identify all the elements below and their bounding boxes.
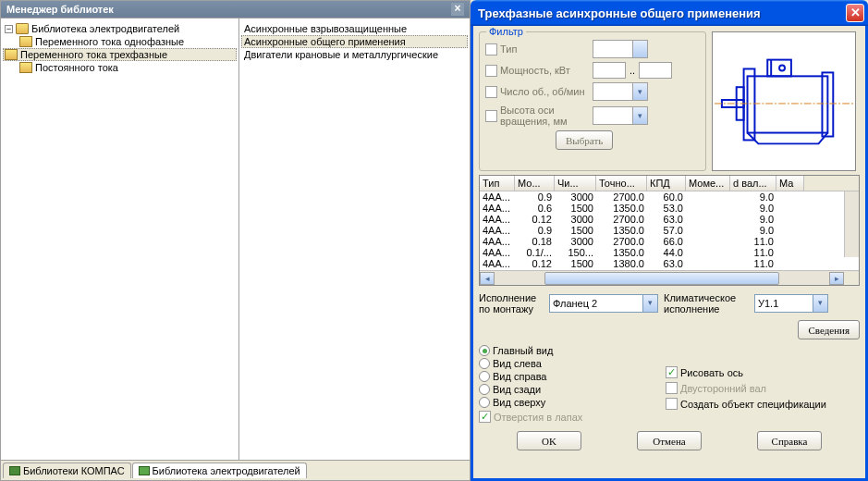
grid-body[interactable]: 4АА...0.930002700.060.09.04АА...0.615001… xyxy=(480,191,859,270)
holes-check: Отверстия в лапах xyxy=(479,411,654,423)
filter-height-check[interactable]: Высота оси вращения, мм xyxy=(485,105,589,127)
views-radio-group: Главный вид Вид слева Вид справа Вид сза… xyxy=(479,345,654,424)
chevron-down-icon: ▾ xyxy=(632,83,647,100)
climate-combo[interactable]: У1.1 ▾ xyxy=(754,294,828,313)
list-item-selected[interactable]: Асинхронные общего применения xyxy=(241,35,468,48)
chevron-down-icon xyxy=(632,41,647,57)
folder-icon xyxy=(19,36,32,47)
filter-groupbox: Фильтр Тип Мощность, кВт .. Число об., о… xyxy=(479,31,706,171)
draw-axis-check[interactable]: Рисовать ось xyxy=(666,366,826,378)
create-spec-check[interactable]: Создать объект спецификации xyxy=(666,398,826,410)
library-list: Асинхронные взрывозащищенные Асинхронные… xyxy=(239,18,470,460)
cancel-button[interactable]: Отмена xyxy=(637,431,702,450)
close-icon[interactable]: ✕ xyxy=(846,4,864,22)
svg-rect-1 xyxy=(744,68,755,140)
library-manager-title: Менеджер библиотек xyxy=(6,4,114,15)
col-exact[interactable]: Точно... xyxy=(596,176,647,191)
filter-power-check[interactable]: Мощность, кВт xyxy=(485,65,589,77)
table-row[interactable]: 4АА...0.915001350.057.09.0 xyxy=(480,225,859,236)
view-top-radio[interactable]: Вид сверху xyxy=(479,397,654,408)
col-type[interactable]: Тип xyxy=(480,176,515,191)
table-row[interactable]: 4АА...0.1230002700.063.09.0 xyxy=(480,214,859,225)
table-row[interactable]: 4АА...0.1/...150...1350.044.011.0 xyxy=(480,247,859,258)
svg-rect-0 xyxy=(748,76,828,132)
tab-kompas-libs[interactable]: Библиотеки КОМПАС xyxy=(3,462,131,478)
col-mass[interactable]: Ма xyxy=(776,176,804,191)
tree-item-selected[interactable]: Переменного тока трехфазные xyxy=(3,48,237,61)
library-manager-titlebar: Менеджер библиотек × xyxy=(1,1,470,18)
vertical-scrollbar[interactable] xyxy=(844,191,859,257)
power-max-input[interactable] xyxy=(639,62,672,79)
two-sided-check: Двусторонний вал xyxy=(666,382,826,394)
book-icon xyxy=(16,23,29,34)
ok-button[interactable]: OK xyxy=(517,431,581,450)
table-row[interactable]: 4АА...0.1830002700.066.011.0 xyxy=(480,236,859,247)
help-button[interactable]: Справка xyxy=(757,431,822,450)
mounting-combo[interactable]: Фланец 2 ▾ xyxy=(549,294,658,313)
filter-rpm-check[interactable]: Число об., об/мин xyxy=(485,86,589,98)
library-tabs: Библиотеки КОМПАС Библиотека электродвиг… xyxy=(1,460,470,480)
motor-grid: Тип Мо... Чи... Точно... КПД Моме... d в… xyxy=(479,175,860,286)
library-tree: − Библиотека электродвигателей Переменно… xyxy=(1,18,239,460)
options-group: Рисовать ось Двусторонний вал Создать об… xyxy=(666,345,826,424)
motor-icon xyxy=(139,466,150,475)
view-left-radio[interactable]: Вид слева xyxy=(479,358,654,369)
list-item[interactable]: Двигатели крановые и металлургические xyxy=(241,48,468,61)
select-button[interactable]: Выбрать xyxy=(556,130,613,150)
climate-label: Климатическое исполнение xyxy=(664,292,749,314)
chevron-down-icon: ▾ xyxy=(632,107,647,124)
col-kpd[interactable]: КПД xyxy=(647,176,686,191)
table-row[interactable]: 4АА...0.930002700.060.09.0 xyxy=(480,191,859,203)
svg-point-5 xyxy=(779,66,785,71)
dialog-title: Трехфазные асинхронные общего применения xyxy=(478,6,846,20)
rpm-combo[interactable]: ▾ xyxy=(593,82,648,101)
scrollbar-thumb[interactable] xyxy=(544,272,778,285)
view-right-radio[interactable]: Вид справа xyxy=(479,371,654,382)
motor-dialog-window: Трехфазные асинхронные общего применения… xyxy=(471,0,868,481)
mounting-label: Исполнение по монтажу xyxy=(479,292,544,314)
chevron-down-icon: ▾ xyxy=(642,295,657,312)
col-dshaft[interactable]: d вал... xyxy=(730,176,776,191)
dialog-titlebar: Трехфазные асинхронные общего применения… xyxy=(471,0,868,26)
filter-type-combo[interactable] xyxy=(593,40,648,58)
chevron-down-icon: ▾ xyxy=(813,295,827,312)
power-min-input[interactable] xyxy=(593,62,626,79)
close-icon[interactable]: × xyxy=(451,3,464,16)
filter-type-check[interactable]: Тип xyxy=(485,43,589,56)
scroll-left-icon[interactable]: ◂ xyxy=(480,272,495,285)
books-icon xyxy=(9,466,20,475)
col-moment[interactable]: Моме... xyxy=(686,176,730,191)
horizontal-scrollbar[interactable]: ◂ ▸ xyxy=(480,270,859,285)
info-button[interactable]: Сведения xyxy=(798,320,860,339)
table-row[interactable]: 4АА...0.1215001380.063.011.0 xyxy=(480,258,859,269)
filter-legend: Фильтр xyxy=(486,26,526,37)
height-combo[interactable]: ▾ xyxy=(593,106,648,125)
folder-icon xyxy=(19,62,32,73)
view-main-radio[interactable]: Главный вид xyxy=(479,345,654,356)
tree-item[interactable]: Постоянного тока xyxy=(3,61,237,74)
tree-item[interactable]: Переменного тока однофазные xyxy=(3,35,237,48)
list-item[interactable]: Асинхронные взрывозащищенные xyxy=(241,22,468,35)
library-manager-window: Менеджер библиотек × − Библиотека электр… xyxy=(0,0,471,481)
tree-root[interactable]: − Библиотека электродвигателей xyxy=(3,22,237,35)
motor-preview xyxy=(712,31,856,171)
col-rpm[interactable]: Чи... xyxy=(555,176,596,191)
tab-motor-lib[interactable]: Библиотека электродвигателей xyxy=(132,462,307,478)
scroll-right-icon[interactable]: ▸ xyxy=(829,272,844,285)
collapse-icon[interactable]: − xyxy=(5,25,13,33)
table-row[interactable]: 4АА...0.615001350.053.09.0 xyxy=(480,203,859,214)
grid-header: Тип Мо... Чи... Точно... КПД Моме... d в… xyxy=(480,176,859,191)
view-back-radio[interactable]: Вид сзади xyxy=(479,384,654,395)
col-power[interactable]: Мо... xyxy=(515,176,555,191)
folder-open-icon xyxy=(5,49,18,60)
